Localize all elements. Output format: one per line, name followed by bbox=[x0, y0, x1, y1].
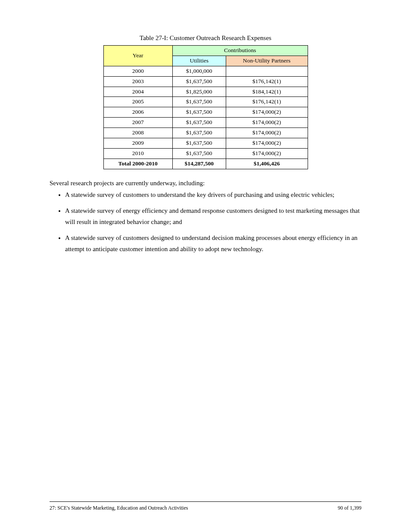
footer-right: 90 of 1,399 bbox=[338, 505, 361, 511]
footer-left: 27: SCE's Statewide Marketing, Education… bbox=[50, 505, 188, 511]
table-row: 2008 $1,637,500 $174,000(2) bbox=[103, 128, 308, 138]
list-item: A statewide survey of customers to under… bbox=[65, 190, 361, 201]
cell-partners: $174,000(2) bbox=[226, 128, 308, 138]
cell-year: 2009 bbox=[103, 138, 172, 148]
cell-utilities: $1,637,500 bbox=[172, 107, 226, 118]
table-row: 2005 $1,637,500 $176,142(1) bbox=[103, 97, 308, 107]
list-item: A statewide survey of customers designed… bbox=[65, 233, 361, 255]
col-header-utilities: Utilities bbox=[172, 56, 226, 66]
cell-year: 2010 bbox=[103, 148, 172, 159]
cell-partners-total: $1,406,426 bbox=[226, 159, 308, 169]
footer-rule bbox=[50, 501, 361, 502]
cell-year: 2005 bbox=[103, 97, 172, 107]
cell-partners bbox=[226, 66, 308, 76]
table-row: 2010 $1,637,500 $174,000(2) bbox=[103, 148, 308, 159]
table-row: 2009 $1,637,500 $174,000(2) bbox=[103, 138, 308, 148]
cell-year: 2006 bbox=[103, 107, 172, 118]
cell-partners: $174,000(2) bbox=[226, 138, 308, 148]
cell-utilities: $1,637,500 bbox=[172, 76, 226, 87]
col-header-partners: Non-Utility Partners bbox=[226, 56, 308, 66]
list-item-text: A statewide survey of energy efficiency … bbox=[65, 207, 360, 225]
table-caption: Table 27-I: Customer Outreach Research E… bbox=[50, 34, 361, 42]
col-header-year: Year bbox=[103, 46, 172, 66]
cell-partners: $174,000(2) bbox=[226, 118, 308, 128]
bullet-list: A statewide survey of customers to under… bbox=[65, 190, 361, 255]
cell-year-total: Total 2000-2010 bbox=[103, 159, 172, 169]
cell-year: 2004 bbox=[103, 87, 172, 97]
list-item: A statewide survey of energy efficiency … bbox=[65, 205, 361, 227]
table-row: 2004 $1,825,000 $184,142(1) bbox=[103, 87, 308, 97]
cell-year: 2003 bbox=[103, 76, 172, 87]
cell-partners: $174,000(2) bbox=[226, 107, 308, 118]
cell-utilities-total: $14,287,500 bbox=[172, 159, 226, 169]
outline-label: Several research projects are currently … bbox=[50, 180, 361, 187]
list-item-text: A statewide survey of customers designed… bbox=[65, 234, 358, 252]
list-item-text: A statewide survey of customers to under… bbox=[65, 191, 334, 198]
cell-year: 2000 bbox=[103, 66, 172, 76]
cell-partners: $176,142(1) bbox=[226, 76, 308, 87]
table-row: 2000 $1,000,000 bbox=[103, 66, 308, 76]
table-row: 2006 $1,637,500 $174,000(2) bbox=[103, 107, 308, 118]
cell-utilities: $1,637,500 bbox=[172, 148, 226, 159]
table-row: 2003 $1,637,500 $176,142(1) bbox=[103, 76, 308, 87]
cell-utilities: $1,637,500 bbox=[172, 138, 226, 148]
cell-year: 2007 bbox=[103, 118, 172, 128]
table-row: 2007 $1,637,500 $174,000(2) bbox=[103, 118, 308, 128]
cell-partners: $184,142(1) bbox=[226, 87, 308, 97]
cell-partners: $174,000(2) bbox=[226, 148, 308, 159]
cell-utilities: $1,637,500 bbox=[172, 97, 226, 107]
expenses-table: Year Contributions Utilities Non-Utility… bbox=[103, 45, 308, 169]
cell-partners: $176,142(1) bbox=[226, 97, 308, 107]
col-header-contributions: Contributions bbox=[172, 46, 308, 56]
cell-utilities: $1,825,000 bbox=[172, 87, 226, 97]
table-row-total: Total 2000-2010 $14,287,500 $1,406,426 bbox=[103, 159, 308, 169]
cell-utilities: $1,637,500 bbox=[172, 118, 226, 128]
cell-utilities: $1,637,500 bbox=[172, 128, 226, 138]
cell-utilities: $1,000,000 bbox=[172, 66, 226, 76]
cell-year: 2008 bbox=[103, 128, 172, 138]
